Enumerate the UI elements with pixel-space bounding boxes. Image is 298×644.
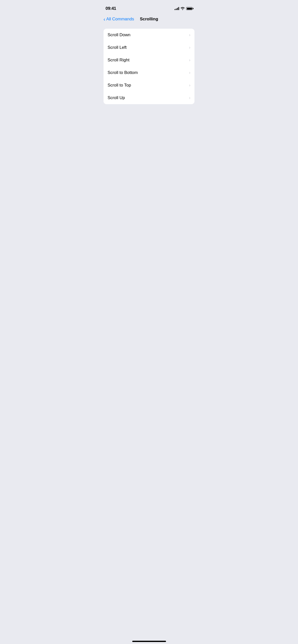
list-item-label-scroll-left: Scroll Left — [108, 45, 127, 50]
back-chevron-icon: ‹ — [104, 17, 105, 22]
list-item-scroll-right[interactable]: Scroll Right› — [104, 54, 194, 66]
scrolling-commands-list: Scroll Down›Scroll Left›Scroll Right›Scr… — [104, 29, 194, 104]
wifi-icon — [181, 7, 185, 10]
page-content: Scroll Down›Scroll Left›Scroll Right›Scr… — [100, 29, 198, 114]
list-item-label-scroll-up: Scroll Up — [108, 95, 125, 100]
list-item-scroll-left[interactable]: Scroll Left› — [104, 41, 194, 54]
status-bar: 09:41 — [100, 0, 198, 14]
list-item-label-scroll-to-top: Scroll to Top — [108, 83, 131, 88]
list-item-chevron-scroll-to-top: › — [189, 83, 190, 88]
list-item-chevron-scroll-up: › — [189, 95, 190, 100]
list-item-chevron-scroll-left: › — [189, 45, 190, 50]
list-item-scroll-to-top[interactable]: Scroll to Top› — [104, 79, 194, 92]
list-item-scroll-down[interactable]: Scroll Down› — [104, 29, 194, 41]
status-icons — [175, 7, 192, 10]
battery-icon — [186, 7, 192, 10]
back-button[interactable]: ‹ All Commands — [104, 17, 134, 22]
page-title: Scrolling — [140, 17, 158, 22]
nav-bar: ‹ All Commands Scrolling — [100, 15, 198, 24]
list-item-scroll-up[interactable]: Scroll Up› — [104, 92, 194, 104]
list-item-chevron-scroll-down: › — [189, 32, 190, 37]
list-item-label-scroll-down: Scroll Down — [108, 32, 130, 37]
list-item-chevron-scroll-right: › — [189, 58, 190, 63]
back-button-label: All Commands — [106, 17, 134, 22]
list-item-chevron-scroll-to-bottom: › — [189, 70, 190, 75]
list-item-label-scroll-to-bottom: Scroll to Bottom — [108, 70, 138, 75]
status-time: 09:41 — [106, 6, 116, 11]
list-item-scroll-to-bottom[interactable]: Scroll to Bottom› — [104, 66, 194, 79]
list-item-label-scroll-right: Scroll Right — [108, 58, 129, 63]
signal-icon — [175, 7, 179, 10]
